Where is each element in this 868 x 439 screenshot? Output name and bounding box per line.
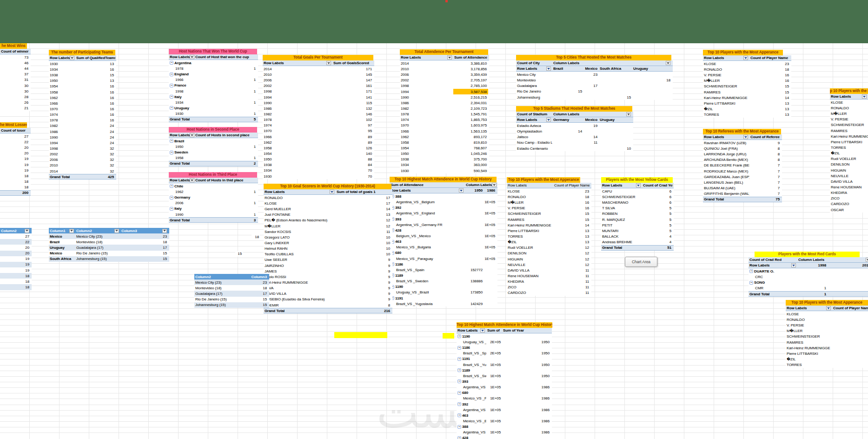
- cell[interactable]: ZICO: [507, 285, 553, 290]
- cell[interactable]: 14: [832, 345, 868, 351]
- cell[interactable]: Brazil_VS _Spain: [390, 267, 465, 273]
- cell[interactable]: Rio De Janeiro: [516, 89, 552, 94]
- table-title[interactable]: Top 10 Players with the Most Apperance: [507, 177, 580, 183]
- expand-collapse-icon[interactable]: −: [457, 379, 461, 383]
- cell[interactable]: −428: [457, 435, 486, 439]
- cell[interactable]: TORRES: [703, 112, 749, 118]
- cell[interactable]: 1958: [400, 140, 453, 145]
- column-header[interactable]: Row Labels: [516, 117, 552, 122]
- cell[interactable]: 13: [75, 61, 115, 67]
- cell[interactable]: [194, 105, 257, 111]
- cell[interactable]: −392: [457, 401, 486, 407]
- cell[interactable]: RAMIRES: [703, 89, 749, 95]
- cell[interactable]: 1970: [263, 128, 332, 134]
- cell[interactable]: [484, 261, 497, 267]
- cell[interactable]: Mexico City (23): [194, 279, 245, 285]
- cell[interactable]: 6: [642, 194, 673, 200]
- cell[interactable]: M�LLER: [264, 223, 336, 229]
- column-header[interactable]: Row Labels: [830, 94, 868, 99]
- cell[interactable]: Montevideo (18): [194, 285, 245, 291]
- cell[interactable]: 1: [194, 100, 257, 105]
- cell[interactable]: 9: [336, 291, 391, 297]
- cell[interactable]: −388: [390, 193, 465, 199]
- cell[interactable]: 9: [336, 268, 391, 274]
- cell[interactable]: 19: [0, 256, 31, 262]
- cell[interactable]: 8: [749, 146, 781, 151]
- column-header[interactable]: Row Labels: [703, 134, 749, 140]
- cell[interactable]: V. PERSIE: [830, 117, 868, 122]
- cell[interactable]: 2,109,723: [453, 106, 488, 111]
- dropdown-icon[interactable]: [114, 229, 119, 233]
- cell[interactable]: 70: [332, 168, 373, 173]
- cell[interactable]: [797, 268, 828, 274]
- cell[interactable]: 15: [245, 297, 268, 302]
- cell[interactable]: [502, 379, 551, 384]
- cell[interactable]: 13: [832, 351, 868, 356]
- cell[interactable]: 15: [120, 256, 168, 262]
- cell[interactable]: 17: [120, 245, 168, 250]
- cell[interactable]: ARCHUNDIA Benito (MEX): [703, 157, 749, 163]
- cell[interactable]: 1970: [49, 106, 75, 112]
- cell[interactable]: −DUARTE O.: [749, 268, 797, 274]
- cell[interactable]: Paolo ROSSI: [264, 274, 336, 279]
- cell[interactable]: 1986: [502, 407, 551, 412]
- cell[interactable]: 16: [75, 89, 115, 95]
- cell[interactable]: 1,545,791: [453, 112, 488, 117]
- dropdown-icon[interactable]: [666, 61, 670, 65]
- cell[interactable]: [599, 78, 632, 83]
- cell[interactable]: 12: [553, 245, 590, 251]
- cell[interactable]: Brazil_VS _Sw: [457, 373, 486, 379]
- cell[interactable]: DAVID VILLA: [507, 267, 553, 273]
- cell[interactable]: 3,587,538: [453, 89, 488, 94]
- column-header[interactable]: Column Labels: [465, 182, 497, 187]
- column-header[interactable]: 1986: [484, 188, 497, 193]
- cell[interactable]: 768,607: [453, 145, 488, 151]
- column-header[interactable]: Row Labels: [400, 55, 453, 60]
- cell[interactable]: 1982: [400, 106, 453, 111]
- cell[interactable]: 13: [749, 100, 790, 106]
- cell[interactable]: 11: [583, 140, 599, 146]
- cell[interactable]: 1986: [263, 106, 332, 111]
- cell[interactable]: 2006: [169, 200, 194, 206]
- cell[interactable]: 15: [553, 211, 590, 217]
- cell[interactable]: 32: [75, 152, 115, 157]
- highlight-cell[interactable]: [443, 333, 454, 339]
- cell[interactable]: 19: [0, 267, 31, 273]
- dropdown-icon[interactable]: [190, 55, 194, 59]
- stray-cell[interactable]: 18: [252, 234, 260, 240]
- cell[interactable]: 16: [75, 100, 115, 106]
- cell[interactable]: 15: [120, 251, 168, 256]
- table-title[interactable]: Top 10 Players with the Most Apperance: [703, 50, 783, 55]
- column-header[interactable]: Row Labels: [390, 188, 465, 193]
- cell[interactable]: −SONG: [749, 280, 797, 286]
- cell[interactable]: 1962: [49, 95, 75, 100]
- cell[interactable]: 13: [749, 106, 790, 112]
- cell[interactable]: NEUVILLE: [830, 173, 868, 179]
- cell[interactable]: Brazil_VS _Sp: [457, 351, 486, 356]
- cell[interactable]: HIGUAIN: [830, 167, 868, 173]
- cell[interactable]: R. MARQUEZ: [601, 217, 642, 222]
- column-header[interactable]: Count of Stadium: [516, 112, 552, 117]
- cell[interactable]: CARDOZO: [507, 290, 553, 296]
- expand-collapse-icon[interactable]: −: [457, 346, 461, 350]
- column-header[interactable]: Sum of Attendance: [453, 55, 488, 60]
- cell[interactable]: 1990: [400, 94, 453, 100]
- cell[interactable]: 1: [194, 200, 257, 206]
- cell[interactable]: −France: [169, 83, 194, 88]
- cell[interactable]: RODRIGUEZ Marco (MEX): [703, 168, 749, 174]
- column-header[interactable]: Count of Referee: [749, 134, 781, 140]
- cell[interactable]: 2,785,100: [453, 83, 488, 89]
- cell[interactable]: 1954: [49, 84, 75, 89]
- cell[interactable]: 14: [552, 129, 583, 134]
- cell[interactable]: Argentina_VS _England: [390, 211, 465, 216]
- cell[interactable]: Rene HOUSEMAN: [507, 273, 553, 279]
- cell[interactable]: [484, 279, 497, 284]
- cell[interactable]: 1982: [49, 123, 75, 129]
- cell[interactable]: JAMES: [264, 268, 336, 274]
- cell[interactable]: 1934: [400, 162, 453, 168]
- cell[interactable]: Guadalajara: [516, 83, 552, 89]
- cell[interactable]: DENILSON: [830, 162, 868, 167]
- cell[interactable]: [552, 72, 583, 77]
- cell[interactable]: 20: [0, 145, 30, 151]
- cell[interactable]: 1: [194, 66, 257, 71]
